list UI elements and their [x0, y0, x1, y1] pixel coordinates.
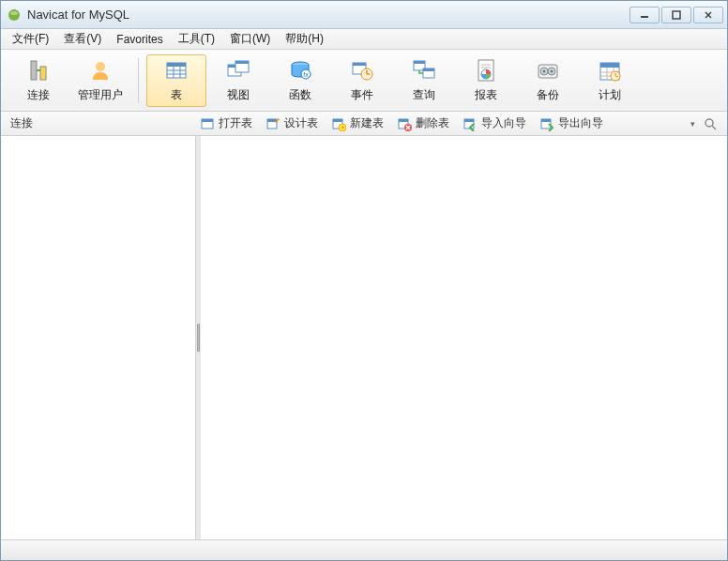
svg-rect-3: [673, 11, 680, 19]
statusbar: [1, 539, 727, 560]
menu-tools[interactable]: 工具(T): [171, 29, 222, 49]
titlebar: Navicat for MySQL: [1, 1, 727, 29]
table-icon: [161, 57, 191, 83]
open-table-label: 打开表: [219, 115, 252, 131]
toolbar-report[interactable]: 报表: [456, 54, 516, 107]
window-title: Navicat for MySQL: [27, 8, 629, 22]
maximize-button[interactable]: [661, 7, 691, 23]
open-table-icon: [200, 116, 215, 131]
main-panel: [201, 136, 727, 539]
svg-point-36: [543, 70, 546, 73]
toolbar-connect[interactable]: 连接: [8, 54, 68, 107]
toolbar-manage-user[interactable]: 管理用户: [70, 54, 130, 107]
svg-point-1: [10, 11, 18, 15]
design-table-icon: [265, 116, 281, 131]
search-button[interactable]: [703, 116, 718, 131]
svg-point-6: [96, 62, 105, 71]
toolbar-schedule[interactable]: 计划: [580, 54, 640, 107]
menu-favorites[interactable]: Favorites: [109, 31, 170, 48]
connect-icon: [23, 57, 53, 83]
svg-line-63: [712, 126, 716, 129]
new-table-icon: ✦: [331, 116, 346, 131]
design-table-label: 设计表: [284, 115, 318, 131]
connection-tree[interactable]: [1, 136, 196, 539]
toolbar-table-label: 表: [171, 87, 182, 103]
app-icon: [7, 8, 22, 23]
query-icon: [409, 57, 439, 83]
menubar: 文件(F) 查看(V) Favorites 工具(T) 窗口(W) 帮助(H): [1, 29, 727, 50]
toolbar-schedule-label: 计划: [599, 87, 621, 103]
export-icon: [539, 116, 554, 131]
svg-rect-48: [202, 119, 213, 122]
toolbar-manage-user-label: 管理用户: [78, 87, 123, 103]
delete-table-icon: [397, 116, 412, 131]
delete-table-label: 删除表: [416, 115, 449, 131]
import-icon: [463, 116, 478, 131]
svg-point-62: [705, 119, 713, 127]
svg-rect-16: [235, 61, 249, 64]
import-wizard-button[interactable]: 导入向导: [457, 114, 532, 133]
close-button[interactable]: [693, 7, 723, 23]
main-toolbar: 连接 管理用户 表 视图 fx 函数: [1, 50, 727, 112]
sub-toolbar-actions: 打开表 设计表 ✦ 新建表 删除表 导入向导 导出向导: [194, 114, 690, 133]
content-area: [1, 136, 727, 539]
toolbar-event[interactable]: 事件: [332, 54, 392, 107]
svg-rect-52: [333, 119, 342, 122]
svg-rect-4: [31, 61, 37, 80]
toolbar-event-label: 事件: [351, 87, 373, 103]
sub-toolbar-tail: ▾: [690, 116, 721, 131]
toolbar-connect-label: 连接: [27, 87, 50, 103]
schedule-icon: [595, 57, 625, 83]
menu-help[interactable]: 帮助(H): [278, 29, 331, 49]
toolbar-query[interactable]: 查询: [394, 54, 454, 107]
app-window: Navicat for MySQL 文件(F) 查看(V) Favorites …: [0, 0, 728, 561]
minimize-button[interactable]: [629, 7, 660, 23]
toolbar-separator: [138, 58, 139, 103]
svg-rect-21: [353, 63, 366, 66]
delete-table-button[interactable]: 删除表: [391, 114, 455, 133]
toolbar-view-label: 视图: [227, 87, 250, 103]
backup-icon: [533, 57, 563, 83]
toolbar-function-label: 函数: [289, 87, 311, 103]
menu-view[interactable]: 查看(V): [56, 29, 109, 49]
svg-text:fx: fx: [303, 71, 309, 78]
toolbar-query-label: 查询: [413, 87, 435, 103]
view-icon: [223, 57, 253, 83]
toolbar-table[interactable]: 表: [146, 54, 206, 107]
svg-rect-5: [40, 67, 46, 80]
new-table-label: 新建表: [350, 115, 384, 131]
export-wizard-label: 导出向导: [558, 115, 603, 131]
svg-rect-28: [423, 68, 434, 71]
svg-point-37: [551, 70, 554, 73]
design-table-button[interactable]: 设计表: [260, 114, 324, 133]
svg-text:✦: ✦: [341, 125, 345, 130]
function-icon: fx: [285, 57, 315, 83]
sub-toolbar-label: 连接: [7, 115, 194, 131]
window-controls: [629, 7, 723, 23]
splitter-handle-icon: [197, 324, 200, 352]
event-icon: [347, 57, 377, 83]
toolbar-report-label: 报表: [475, 87, 497, 103]
sub-toolbar: 连接 打开表 设计表 ✦ 新建表 删除表 导入向导: [1, 112, 727, 136]
toolbar-backup-label: 备份: [537, 87, 559, 103]
user-icon: [85, 57, 115, 83]
toolbar-function[interactable]: fx 函数: [270, 54, 330, 107]
toolbar-backup[interactable]: 备份: [518, 54, 578, 107]
overflow-dropdown[interactable]: ▾: [690, 119, 695, 129]
report-icon: [471, 57, 501, 83]
toolbar-view[interactable]: 视图: [208, 54, 268, 107]
open-table-button[interactable]: 打开表: [194, 114, 258, 133]
menu-window[interactable]: 窗口(W): [222, 29, 278, 49]
svg-rect-39: [600, 63, 619, 68]
svg-rect-61: [541, 119, 551, 122]
menu-file[interactable]: 文件(F): [5, 29, 56, 49]
export-wizard-button[interactable]: 导出向导: [534, 114, 609, 133]
svg-rect-59: [464, 119, 474, 122]
svg-rect-2: [641, 16, 648, 18]
svg-rect-56: [399, 119, 408, 122]
svg-rect-26: [414, 61, 425, 64]
import-wizard-label: 导入向导: [481, 115, 526, 131]
new-table-button[interactable]: ✦ 新建表: [326, 114, 389, 133]
svg-rect-8: [167, 63, 186, 67]
